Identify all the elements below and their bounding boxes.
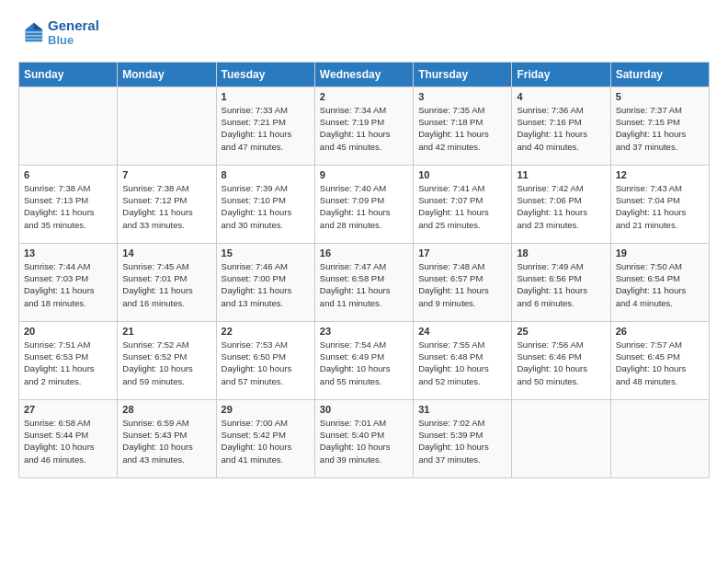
- logo-text: General Blue: [48, 18, 99, 47]
- day-detail: Sunrise: 6:59 AM Sunset: 5:43 PM Dayligh…: [122, 417, 210, 465]
- day-number: 7: [122, 169, 210, 180]
- calendar-cell: 9Sunrise: 7:40 AM Sunset: 7:09 PM Daylig…: [314, 165, 413, 243]
- day-detail: Sunrise: 7:55 AM Sunset: 6:48 PM Dayligh…: [418, 339, 506, 387]
- day-number: 26: [616, 326, 704, 337]
- calendar-cell: 29Sunrise: 7:00 AM Sunset: 5:42 PM Dayli…: [216, 399, 314, 477]
- calendar-body: 1Sunrise: 7:33 AM Sunset: 7:21 PM Daylig…: [19, 86, 710, 477]
- day-number: 22: [222, 326, 310, 337]
- day-detail: Sunrise: 7:00 AM Sunset: 5:42 PM Dayligh…: [222, 417, 310, 465]
- day-number: 3: [418, 91, 506, 102]
- calendar-cell: 15Sunrise: 7:46 AM Sunset: 7:00 PM Dayli…: [216, 243, 314, 321]
- day-detail: Sunrise: 7:50 AM Sunset: 6:54 PM Dayligh…: [616, 260, 704, 309]
- day-number: 28: [122, 404, 210, 415]
- calendar-cell: 10Sunrise: 7:41 AM Sunset: 7:07 PM Dayli…: [414, 165, 512, 243]
- day-number: 30: [320, 404, 408, 415]
- day-number: 4: [517, 91, 605, 102]
- col-header-sunday: Sunday: [19, 62, 118, 86]
- svg-rect-3: [25, 35, 42, 37]
- calendar-week-1: 1Sunrise: 7:33 AM Sunset: 7:21 PM Daylig…: [19, 86, 710, 165]
- calendar-cell: 26Sunrise: 7:57 AM Sunset: 6:45 PM Dayli…: [610, 321, 709, 399]
- day-number: 16: [320, 247, 408, 259]
- col-header-friday: Friday: [512, 62, 610, 86]
- col-header-saturday: Saturday: [610, 62, 709, 86]
- calendar-cell: 30Sunrise: 7:01 AM Sunset: 5:40 PM Dayli…: [314, 399, 413, 477]
- calendar-cell: 2Sunrise: 7:34 AM Sunset: 7:19 PM Daylig…: [314, 86, 413, 165]
- day-detail: Sunrise: 7:42 AM Sunset: 7:06 PM Dayligh…: [517, 182, 605, 231]
- calendar-cell: 11Sunrise: 7:42 AM Sunset: 7:06 PM Dayli…: [512, 165, 610, 243]
- calendar-cell: 6Sunrise: 7:38 AM Sunset: 7:13 PM Daylig…: [19, 165, 118, 243]
- day-number: 31: [418, 404, 506, 415]
- calendar-cell: 12Sunrise: 7:43 AM Sunset: 7:04 PM Dayli…: [610, 165, 709, 243]
- col-header-tuesday: Tuesday: [216, 62, 314, 86]
- calendar-cell: [19, 86, 118, 165]
- day-detail: Sunrise: 7:39 AM Sunset: 7:10 PM Dayligh…: [222, 182, 310, 231]
- day-number: 27: [24, 404, 112, 415]
- calendar-cell: 22Sunrise: 7:53 AM Sunset: 6:50 PM Dayli…: [216, 321, 314, 399]
- calendar-cell: 16Sunrise: 7:47 AM Sunset: 6:58 PM Dayli…: [314, 243, 413, 321]
- calendar-week-4: 20Sunrise: 7:51 AM Sunset: 6:53 PM Dayli…: [19, 321, 710, 399]
- calendar-cell: [512, 399, 610, 477]
- calendar-cell: 27Sunrise: 6:58 AM Sunset: 5:44 PM Dayli…: [19, 399, 118, 477]
- svg-rect-4: [25, 39, 42, 40]
- day-detail: Sunrise: 7:57 AM Sunset: 6:45 PM Dayligh…: [616, 339, 704, 387]
- day-detail: Sunrise: 7:40 AM Sunset: 7:09 PM Dayligh…: [320, 182, 408, 231]
- page-header: General Blue: [18, 18, 710, 47]
- day-number: 29: [222, 404, 310, 415]
- calendar-cell: 28Sunrise: 6:59 AM Sunset: 5:43 PM Dayli…: [118, 399, 216, 477]
- calendar-cell: 7Sunrise: 7:38 AM Sunset: 7:12 PM Daylig…: [118, 165, 216, 243]
- calendar-cell: 23Sunrise: 7:54 AM Sunset: 6:49 PM Dayli…: [314, 321, 413, 399]
- logo-icon: [18, 19, 44, 45]
- day-detail: Sunrise: 7:38 AM Sunset: 7:13 PM Dayligh…: [24, 182, 112, 231]
- calendar-header: SundayMondayTuesdayWednesdayThursdayFrid…: [19, 62, 710, 86]
- day-detail: Sunrise: 7:51 AM Sunset: 6:53 PM Dayligh…: [24, 339, 112, 387]
- calendar-cell: 5Sunrise: 7:37 AM Sunset: 7:15 PM Daylig…: [610, 86, 709, 165]
- calendar-cell: 25Sunrise: 7:56 AM Sunset: 6:46 PM Dayli…: [512, 321, 610, 399]
- calendar-cell: 18Sunrise: 7:49 AM Sunset: 6:56 PM Dayli…: [512, 243, 610, 321]
- day-number: 6: [24, 169, 112, 180]
- day-detail: Sunrise: 7:43 AM Sunset: 7:04 PM Dayligh…: [616, 182, 704, 231]
- day-detail: Sunrise: 7:41 AM Sunset: 7:07 PM Dayligh…: [418, 182, 506, 231]
- day-detail: Sunrise: 6:58 AM Sunset: 5:44 PM Dayligh…: [24, 417, 112, 465]
- day-number: 18: [517, 247, 605, 259]
- day-number: 13: [24, 247, 112, 259]
- calendar-cell: 8Sunrise: 7:39 AM Sunset: 7:10 PM Daylig…: [216, 165, 314, 243]
- day-number: 1: [222, 91, 310, 102]
- calendar-cell: 1Sunrise: 7:33 AM Sunset: 7:21 PM Daylig…: [216, 86, 314, 165]
- day-detail: Sunrise: 7:38 AM Sunset: 7:12 PM Dayligh…: [122, 182, 210, 231]
- calendar-cell: 3Sunrise: 7:35 AM Sunset: 7:18 PM Daylig…: [414, 86, 512, 165]
- day-detail: Sunrise: 7:33 AM Sunset: 7:21 PM Dayligh…: [222, 104, 310, 153]
- calendar-week-5: 27Sunrise: 6:58 AM Sunset: 5:44 PM Dayli…: [19, 399, 710, 477]
- day-detail: Sunrise: 7:44 AM Sunset: 7:03 PM Dayligh…: [24, 260, 112, 309]
- day-detail: Sunrise: 7:47 AM Sunset: 6:58 PM Dayligh…: [320, 260, 408, 309]
- day-detail: Sunrise: 7:45 AM Sunset: 7:01 PM Dayligh…: [122, 260, 210, 309]
- day-detail: Sunrise: 7:34 AM Sunset: 7:19 PM Dayligh…: [320, 104, 408, 153]
- day-detail: Sunrise: 7:48 AM Sunset: 6:57 PM Dayligh…: [418, 260, 506, 309]
- calendar-cell: 31Sunrise: 7:02 AM Sunset: 5:39 PM Dayli…: [414, 399, 512, 477]
- day-number: 23: [320, 326, 408, 337]
- day-number: 21: [122, 326, 210, 337]
- logo: General Blue: [18, 18, 99, 47]
- calendar-cell: 4Sunrise: 7:36 AM Sunset: 7:16 PM Daylig…: [512, 86, 610, 165]
- day-detail: Sunrise: 7:49 AM Sunset: 6:56 PM Dayligh…: [517, 260, 605, 309]
- day-number: 12: [616, 169, 704, 180]
- col-header-wednesday: Wednesday: [314, 62, 413, 86]
- col-header-monday: Monday: [118, 62, 216, 86]
- svg-rect-2: [25, 31, 42, 33]
- calendar-cell: [118, 86, 216, 165]
- day-number: 19: [616, 247, 704, 259]
- day-detail: Sunrise: 7:53 AM Sunset: 6:50 PM Dayligh…: [222, 339, 310, 387]
- day-detail: Sunrise: 7:56 AM Sunset: 6:46 PM Dayligh…: [517, 339, 605, 387]
- calendar-cell: 19Sunrise: 7:50 AM Sunset: 6:54 PM Dayli…: [610, 243, 709, 321]
- calendar-cell: 13Sunrise: 7:44 AM Sunset: 7:03 PM Dayli…: [19, 243, 118, 321]
- day-detail: Sunrise: 7:02 AM Sunset: 5:39 PM Dayligh…: [418, 417, 506, 465]
- calendar-cell: [610, 399, 709, 477]
- day-number: 9: [320, 169, 408, 180]
- col-header-thursday: Thursday: [414, 62, 512, 86]
- day-detail: Sunrise: 7:54 AM Sunset: 6:49 PM Dayligh…: [320, 339, 408, 387]
- calendar-cell: 14Sunrise: 7:45 AM Sunset: 7:01 PM Dayli…: [118, 243, 216, 321]
- calendar-week-2: 6Sunrise: 7:38 AM Sunset: 7:13 PM Daylig…: [19, 165, 710, 243]
- header-row: SundayMondayTuesdayWednesdayThursdayFrid…: [19, 62, 710, 86]
- day-number: 17: [418, 247, 506, 259]
- calendar-table: SundayMondayTuesdayWednesdayThursdayFrid…: [18, 62, 710, 478]
- day-number: 8: [222, 169, 310, 180]
